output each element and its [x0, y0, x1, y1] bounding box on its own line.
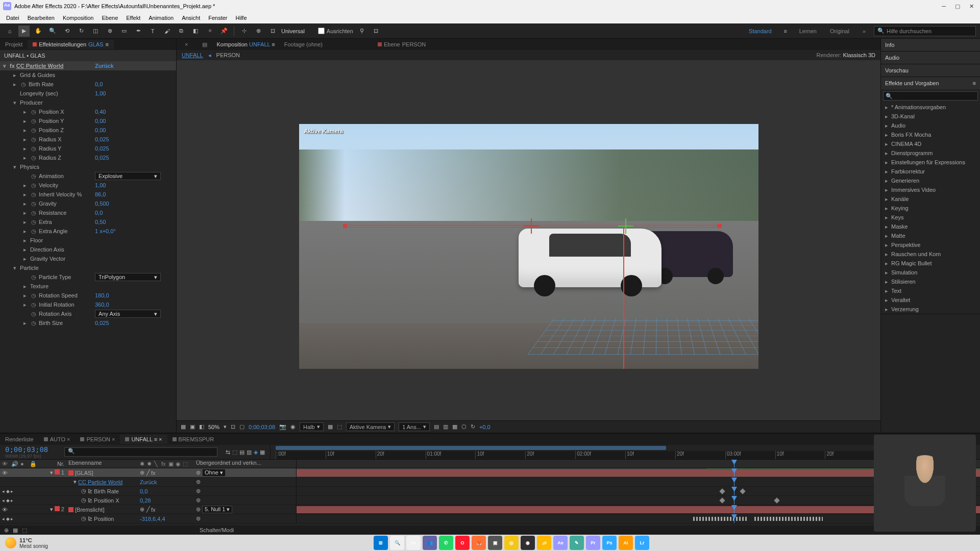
posz-value[interactable]: 0,00 [95, 127, 106, 133]
effect-category[interactable]: ▸RG Magic Bullet [881, 259, 980, 268]
audio-column-icon[interactable]: 🔊 [11, 461, 17, 467]
taskbar-pr-icon[interactable]: Pr [586, 536, 600, 550]
footage-tab[interactable]: Footage (ohne) [279, 40, 328, 49]
stopwatch-icon[interactable]: ◷ [20, 81, 27, 88]
stopwatch-icon[interactable]: ◷ [30, 228, 37, 235]
birth-size-value[interactable]: 0,025 [95, 320, 109, 326]
composition-viewer[interactable]: Aktive Kamera ▦ ▣ ◧ 50%▾ ⊡ ▢ 0;00;03;08 … [177, 60, 880, 433]
icon-3[interactable]: ▩ [452, 423, 457, 430]
rot-speed-value[interactable]: 180,0 [95, 292, 109, 298]
tl-graph-icon[interactable]: ▦ [260, 449, 265, 456]
transp-icon[interactable]: ▦ [328, 423, 333, 430]
tl-tool-icon[interactable]: ▤ [239, 449, 244, 456]
taskbar-ae-icon[interactable]: Ae [553, 536, 568, 550]
effect-category[interactable]: ▸Veraltet [881, 295, 980, 305]
radz-value[interactable]: 0,025 [95, 155, 109, 161]
stopwatch-icon[interactable]: ◷ [30, 301, 37, 308]
stopwatch-icon[interactable]: ◷ [30, 108, 37, 115]
workspace-original[interactable]: Original [825, 28, 854, 34]
local-axis-tool[interactable]: ⊹ [238, 26, 250, 37]
lock-column-icon[interactable]: 🔒 [30, 461, 36, 467]
minimize-button[interactable]: ─ [942, 3, 946, 10]
effect-name[interactable]: CC Particle World [16, 63, 64, 69]
tl-shy-icon[interactable]: ◈ [254, 449, 258, 456]
taskbar-search-icon[interactable]: 🔍 [390, 536, 404, 550]
effect-category[interactable]: ▸Kanäle [881, 194, 980, 204]
weather-widget[interactable]: 11°C Meist sonnig [5, 537, 48, 549]
effects-search[interactable]: 🔍 [883, 91, 978, 101]
effect-category[interactable]: ▸Einstellungen für Expressions [881, 158, 980, 167]
exposure-value[interactable]: +0,0 [479, 424, 491, 430]
taskbar-teams-icon[interactable]: 👥 [423, 536, 437, 550]
pen-tool[interactable]: ✒ [133, 26, 144, 37]
hand-tool[interactable]: ✋ [33, 26, 44, 37]
close-comp-tab-icon[interactable]: × [180, 40, 193, 49]
back-arrow-icon[interactable]: ◂ [208, 52, 211, 59]
radx-value[interactable]: 0,025 [95, 136, 109, 142]
effect-category[interactable]: ▸Dienstprogramm [881, 148, 980, 158]
effect-category[interactable]: ▸CINEMA 4D [881, 139, 980, 148]
icon-2[interactable]: ▥ [443, 423, 448, 430]
effect-category[interactable]: ▸Farbkorrektur [881, 167, 980, 176]
resolution-dropdown[interactable]: Halb▾ [300, 422, 324, 431]
effect-category[interactable]: ▸Immersives Video [881, 185, 980, 194]
brush-tool[interactable]: 🖌 [161, 26, 173, 37]
camera-tool[interactable]: ◫ [90, 26, 101, 37]
taskbar-app2-icon[interactable]: ◎ [504, 536, 519, 550]
timeline-search[interactable]: 🔍 [64, 447, 217, 457]
workspace-standard[interactable]: Standard [744, 28, 777, 34]
snap-tool-2[interactable]: ⊡ [371, 26, 382, 37]
menu-animation[interactable]: Animation [144, 14, 178, 22]
playhead[interactable] [734, 460, 734, 468]
roto-tool[interactable]: ✧ [204, 26, 215, 37]
posx-value[interactable]: 0,40 [95, 109, 106, 115]
selection-tool[interactable]: ▶ [18, 26, 30, 37]
rady-value[interactable]: 0,025 [95, 145, 109, 152]
icon-4[interactable]: ⬡ [461, 423, 467, 430]
effect-category[interactable]: ▸Simulation [881, 268, 980, 277]
rotate-tool[interactable]: ↻ [76, 26, 87, 37]
roi-icon[interactable]: ▢ [239, 423, 244, 430]
schalter-modi[interactable]: Schalter/Modi [200, 527, 234, 533]
stopwatch-icon[interactable]: ◷ [30, 172, 37, 180]
renderer-dropdown[interactable]: Klassisch 3D [843, 52, 875, 58]
time-ruler[interactable]: :00f10f20f01:00f10f20f02:00f10f20f03:00f… [276, 451, 975, 459]
effect-category[interactable]: ▸Rauschen und Korn [881, 249, 980, 259]
menu-datei[interactable]: Datei [2, 14, 23, 22]
grid-icon[interactable]: ▦ [181, 423, 186, 430]
animation-dropdown[interactable]: Explosive▾ [95, 172, 161, 180]
stopwatch-icon[interactable]: ◷ [30, 182, 37, 189]
timeline-layer-row[interactable]: 👁▾ 1 [GLAS]⊕╱fx⊚ Ohne ▾ [0, 468, 980, 478]
timeline-tab[interactable]: BREMSSPUR [167, 435, 219, 444]
home-tool[interactable]: ⌂ [4, 26, 15, 37]
comp-tab-unfall[interactable]: UNFALL [249, 41, 270, 47]
workspace-menu-icon[interactable]: ≡ [780, 26, 791, 37]
orbit-tool[interactable]: ⟲ [61, 26, 72, 37]
timeline-tab[interactable]: Renderliste [0, 435, 39, 444]
stopwatch-icon[interactable]: ◷ [30, 218, 37, 226]
stopwatch-icon[interactable]: ◷ [30, 145, 37, 152]
tl-footer-icon[interactable]: ▦ [13, 527, 18, 534]
views-dropdown[interactable]: 1 Ans...▾ [399, 422, 430, 431]
timeline-tab[interactable]: AUTO × [39, 435, 76, 444]
stopwatch-icon[interactable]: ◷ [30, 292, 37, 299]
layer-handle[interactable] [343, 224, 347, 228]
effect-category[interactable]: ▸Keying [881, 204, 980, 213]
taskbar-opera-icon[interactable]: O [455, 536, 470, 550]
reset-exposure-icon[interactable]: ↻ [471, 423, 475, 430]
stopwatch-icon[interactable]: ◷ [30, 117, 37, 124]
ausrichten-checkbox[interactable] [318, 28, 325, 34]
resistance-value[interactable]: 0,0 [95, 210, 103, 216]
panel-effekte[interactable]: Effekte und Vorgaben≡ [881, 77, 980, 89]
panel-audio[interactable]: Audio [881, 52, 980, 64]
3d-icon[interactable]: ⬚ [337, 423, 342, 430]
tl-footer-icon[interactable]: ⬚ [22, 527, 27, 534]
taskbar-explorer-icon[interactable]: 📁 [537, 536, 551, 550]
velocity-value[interactable]: 1,00 [95, 182, 106, 188]
camera-view-dropdown[interactable]: Aktive Kamera▾ [346, 422, 395, 431]
close-button[interactable]: ✕ [969, 3, 974, 10]
panel-info[interactable]: Info [881, 39, 980, 51]
solo-column-icon[interactable]: ● [20, 461, 27, 467]
menu-effekt[interactable]: Effekt [122, 14, 144, 22]
tl-tool-icon[interactable]: ⬚ [232, 449, 237, 456]
